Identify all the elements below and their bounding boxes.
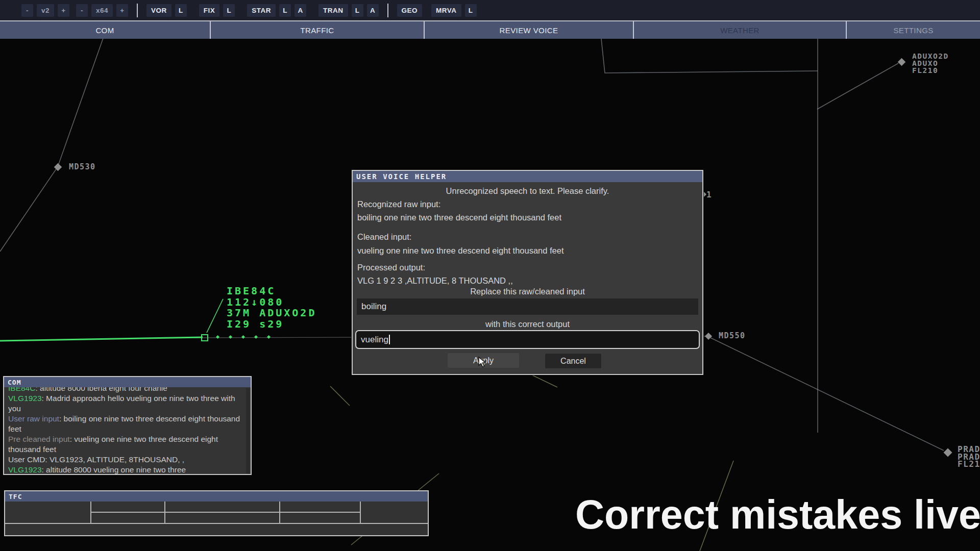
aircraft-route-line	[0, 337, 203, 341]
com-message: User CMD: VLG1923, ALTITUDE, 8THOUSAND, …	[8, 455, 241, 465]
waypoint-label-pra: PRAD PRAD FL21	[958, 446, 980, 468]
cleaned-input-label: Cleaned input:	[357, 232, 698, 242]
waypoint-label-partial: 1	[706, 190, 712, 199]
aircraft-leader-line	[207, 299, 223, 333]
message-speaker: User raw input	[8, 414, 59, 423]
dialog-message: Unrecognized speech to text. Please clar…	[357, 186, 698, 196]
raw-input-label: Recognized raw input:	[357, 199, 698, 209]
table-grid-line	[5, 523, 428, 524]
processed-output-value: VLG 1 9 2 3 ,ALTITUDE, 8 THOUSAND ,,	[357, 276, 698, 286]
mrva-group: MRVA L	[431, 4, 477, 17]
com-message-log: IBE84C: altitude 8000 iberia eight four …	[4, 387, 251, 475]
com-message: Pre cleaned input: vueling one nine two …	[8, 434, 241, 455]
message-text: : altitude 8000 vueling one nine two thr…	[42, 465, 186, 474]
vor-group: VOR L	[146, 4, 187, 17]
boundary-line-seg2	[530, 374, 557, 387]
message-text: : Madrid approach hello vueling one nine…	[8, 394, 235, 413]
toolbar-separator	[137, 4, 138, 17]
boundary-line-top	[601, 39, 818, 73]
message-text: : altitude 8000 iberia eight four charli…	[35, 387, 167, 392]
com-scrollbar[interactable]	[246, 388, 250, 474]
waypoint-label-md530: MD530	[69, 162, 96, 171]
geo-group: GEO	[397, 4, 423, 17]
toolbar-separator	[387, 4, 388, 17]
aircraft-approach-line: I29 s29	[227, 319, 316, 330]
airway-line-aduxo	[817, 63, 898, 109]
tab-weather[interactable]: WEATHER	[633, 21, 846, 39]
sim-speed-button[interactable]: x64	[91, 4, 113, 17]
sim-speed-group: - x64 +	[76, 4, 128, 17]
com-message: VLG1923: Madrid approach hello vueling o…	[8, 393, 241, 414]
geo-button[interactable]: GEO	[397, 4, 423, 17]
star-arcs-toggle[interactable]: A	[295, 4, 306, 17]
aircraft-datablock[interactable]: IBE84C 112↓080 37M ADUXO2D I29 s29	[227, 286, 316, 330]
airway-line-md550-pra	[710, 338, 944, 450]
aircraft-speed-waypoint-line: 37M ADUXO2D	[227, 308, 316, 319]
caption-text: Correct mistakes live	[575, 493, 980, 537]
message-speaker: IBE84C	[8, 387, 35, 392]
tran-labels-toggle[interactable]: L	[352, 4, 363, 17]
message-speaker: User CMD	[8, 455, 45, 464]
waypoint-label-aduxo: ADUXO2D ADUXO FL210	[912, 53, 949, 74]
tab-settings[interactable]: SETTINGS	[846, 21, 980, 39]
dialog-titlebar[interactable]: USER VOICE HELPER	[353, 171, 702, 182]
aircraft-callsign[interactable]: IBE84C	[227, 286, 316, 297]
cancel-button[interactable]: Cancel	[545, 353, 602, 369]
speed-up-button[interactable]: +	[116, 4, 128, 17]
message-speaker: VLG1923	[8, 394, 42, 403]
correct-output-text: vueling	[361, 335, 388, 344]
speed-down-button[interactable]: -	[76, 4, 88, 17]
tab-com[interactable]: COM	[0, 21, 210, 39]
tab-review-voice[interactable]: REVIEW VOICE	[424, 21, 633, 39]
com-message: IBE84C: altitude 8000 iberia eight four …	[8, 387, 241, 393]
correct-output-label: with this correct output	[357, 319, 698, 329]
tfc-panel-titlebar[interactable]: TFC	[5, 491, 428, 502]
tfc-table	[5, 502, 428, 535]
tran-button[interactable]: TRAN	[318, 4, 348, 17]
cleaned-input-value: vueling one nine two three descend eight…	[357, 246, 698, 256]
fix-labels-toggle[interactable]: L	[223, 4, 235, 17]
com-message: VLG1923: altitude 8000 vueling one nine …	[8, 465, 241, 475]
user-voice-helper-dialog: USER VOICE HELPER Unrecognized speech to…	[352, 170, 703, 375]
tab-traffic[interactable]: TRAFFIC	[210, 21, 424, 39]
message-speaker: VLG1923	[8, 465, 42, 474]
airway-line-md530	[0, 38, 103, 252]
com-message: User raw input: boiling one nine two thr…	[8, 414, 241, 434]
raw-input-value: boiling one nine two three descend eight…	[357, 213, 698, 222]
aircraft-target-icon[interactable]	[201, 334, 208, 341]
mouse-cursor-icon	[478, 357, 491, 369]
com-panel-titlebar[interactable]: COM	[4, 377, 251, 387]
fix-group: FIX L	[199, 4, 235, 17]
main-tab-bar: COM TRAFFIC REVIEW VOICE WEATHER SETTING…	[0, 20, 980, 39]
radar-screen: MD530 ADUXO2D ADUXO FL210 1 MD550 PRAD P…	[0, 0, 980, 551]
correct-output-field[interactable]: vueling	[355, 330, 700, 349]
waypoint-label-line: FL21	[958, 461, 980, 468]
vor-labels-toggle[interactable]: L	[175, 4, 187, 17]
aircraft-altitude-line: 112↓080	[227, 297, 316, 308]
star-group: STAR L A	[247, 4, 306, 17]
star-labels-toggle[interactable]: L	[279, 4, 291, 17]
zoom-out-button[interactable]: -	[21, 4, 33, 17]
text-caret	[389, 335, 390, 344]
top-toolbar: - v2 + - x64 + VOR L FIX L STAR L A TRAN…	[0, 0, 980, 20]
version-button[interactable]: v2	[37, 4, 54, 17]
zoom-control-group: - v2 +	[21, 4, 69, 17]
fix-button[interactable]: FIX	[199, 4, 220, 17]
star-button[interactable]: STAR	[247, 4, 276, 17]
boundary-line-seg1	[330, 386, 350, 406]
zoom-in-button[interactable]: +	[58, 4, 69, 17]
mrva-labels-toggle[interactable]: L	[465, 4, 477, 17]
com-panel: COM IBE84C: altitude 8000 iberia eight f…	[3, 376, 252, 475]
mrva-button[interactable]: MRVA	[431, 4, 461, 17]
tran-group: TRAN L A	[318, 4, 379, 17]
message-speaker: Pre cleaned input	[8, 435, 70, 443]
waypoint-label-md550: MD550	[719, 331, 746, 340]
tran-arcs-toggle[interactable]: A	[367, 4, 379, 17]
waypoint-label-line: FL210	[912, 67, 949, 74]
replace-input-field[interactable]: boiling	[357, 298, 698, 315]
processed-output-label: Processed output:	[357, 263, 698, 272]
table-grid-line	[90, 512, 361, 513]
replace-input-label: Replace this raw/cleaned input	[357, 287, 698, 296]
message-text: : VLG1923, ALTITUDE, 8THOUSAND, ,	[45, 455, 184, 464]
vor-button[interactable]: VOR	[146, 4, 172, 17]
